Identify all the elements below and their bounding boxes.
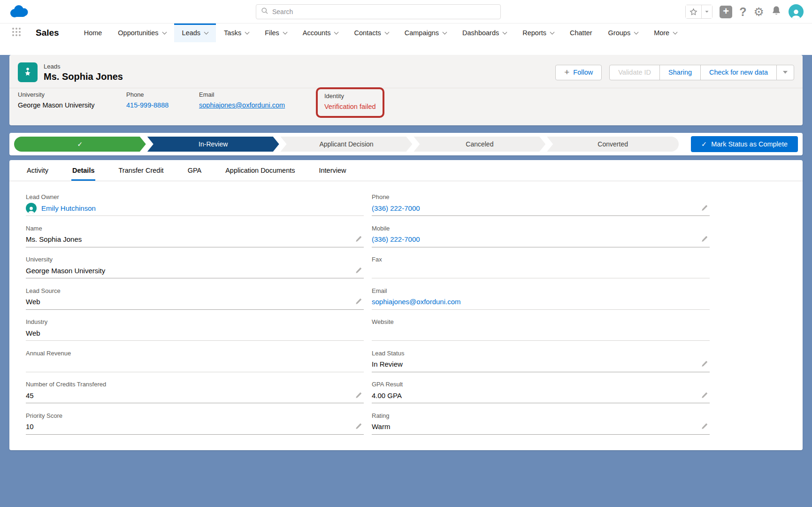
global-search — [256, 4, 501, 19]
notifications-bell-icon[interactable] — [771, 5, 781, 18]
field-website: Website — [372, 318, 710, 350]
nav-item-dashboards[interactable]: Dashboards — [454, 23, 514, 42]
validate-id-button[interactable]: Validate ID — [609, 65, 660, 80]
search-icon — [261, 7, 268, 16]
follow-button[interactable]: Follow — [555, 65, 602, 80]
field-priority-score: Priority Score 10 — [26, 412, 364, 444]
nav-item-tasks[interactable]: Tasks — [216, 23, 257, 42]
setup-gear-icon[interactable] — [754, 6, 764, 18]
nav-item-home[interactable]: Home — [76, 23, 110, 42]
tab-transfer-credit[interactable]: Transfer Credit — [117, 160, 164, 181]
favorites-dropdown-icon[interactable] — [702, 5, 712, 18]
mobile-link[interactable]: (336) 222-7000 — [372, 235, 420, 243]
path-stage-canceled[interactable]: Canceled — [414, 137, 545, 152]
record-header-card: Leads Ms. Sophia Jones Follow Validate I… — [9, 55, 803, 125]
sharing-button[interactable]: Sharing — [659, 65, 701, 80]
chevron-down-icon — [503, 30, 507, 34]
lead-owner-link[interactable]: Emily Hutchinson — [41, 204, 96, 212]
field-lead-owner: Lead Owner Emily Hutchinson — [26, 193, 364, 225]
field-university: University George Mason University — [26, 256, 364, 287]
record-tabs: Activity Details Transfer Credit GPA App… — [9, 160, 803, 181]
sales-path-card: In-Review Applicant Decision Canceled Co… — [9, 133, 803, 155]
check-icon — [701, 140, 707, 148]
edit-pencil-icon[interactable] — [353, 391, 364, 400]
chevron-down-icon — [443, 30, 447, 34]
record-action-group: Validate ID Sharing Check for new data — [609, 65, 794, 80]
field-number-of-credits-transfered: Number of Credits Transfered 45 — [26, 381, 364, 412]
salesforce-cloud-logo-icon[interactable] — [8, 4, 30, 22]
chevron-down-icon — [673, 30, 678, 34]
nav-item-more[interactable]: More — [646, 23, 685, 42]
nav-item-groups[interactable]: Groups — [600, 23, 646, 42]
record-detail-card: Activity Details Transfer Credit GPA App… — [9, 160, 803, 450]
edit-pencil-icon[interactable] — [699, 360, 710, 369]
nav-item-reports[interactable]: Reports — [514, 23, 562, 42]
field-name: Name Ms. Sophia Jones — [26, 225, 364, 256]
phone-link[interactable]: (336) 222-7000 — [372, 204, 420, 212]
path-stage-completed[interactable] — [14, 137, 146, 152]
field-mobile: Mobile (336) 222-7000 — [372, 225, 710, 256]
mark-status-complete-button[interactable]: Mark Status as Complete — [691, 136, 798, 152]
edit-pencil-icon[interactable] — [353, 266, 364, 275]
chevron-down-icon — [634, 30, 639, 34]
owner-avatar-icon — [26, 203, 37, 214]
path-stage-applicant-decision[interactable]: Applicant Decision — [281, 137, 413, 152]
chevron-down-icon — [283, 30, 287, 34]
tab-application-documents[interactable]: Application Documents — [224, 160, 296, 181]
nav-item-opportunities[interactable]: Opportunities — [110, 23, 174, 42]
details-right-column: Phone (336) 222-7000 Mobile (336) 222-70… — [372, 193, 710, 443]
path-stage-in-review[interactable]: In-Review — [147, 137, 279, 152]
tab-interview[interactable]: Interview — [318, 160, 347, 181]
app-launcher-icon[interactable] — [12, 28, 23, 38]
summary-email: Email sophiajones@oxforduni.com — [199, 91, 305, 109]
field-gpa-result: GPA Result 4.00 GPA — [372, 381, 710, 412]
email-link[interactable]: sophiajones@oxforduni.com — [372, 298, 461, 306]
entity-label: Leads — [44, 63, 123, 70]
tab-gpa[interactable]: GPA — [187, 160, 203, 181]
help-icon[interactable] — [739, 5, 746, 19]
nav-item-leads[interactable]: Leads — [174, 23, 216, 42]
favorites-button-group — [685, 5, 712, 19]
user-avatar[interactable] — [789, 4, 804, 19]
chevron-down-icon — [334, 30, 339, 34]
lead-status-path: In-Review Applicant Decision Canceled Co… — [14, 137, 679, 152]
field-lead-status: Lead Status In Review — [372, 350, 710, 381]
edit-pencil-icon[interactable] — [699, 204, 710, 213]
plus-icon — [564, 67, 569, 77]
field-email: Email sophiajones@oxforduni.com — [372, 287, 710, 319]
check-icon — [77, 140, 83, 148]
check-for-new-data-button[interactable]: Check for new data — [700, 65, 777, 80]
app-name: Sales — [36, 28, 59, 38]
edit-pencil-icon[interactable] — [353, 297, 364, 306]
search-input[interactable] — [272, 8, 496, 15]
edit-pencil-icon[interactable] — [699, 422, 710, 431]
more-actions-dropdown-button[interactable] — [776, 65, 794, 80]
tab-activity[interactable]: Activity — [26, 160, 49, 181]
global-actions-icon[interactable] — [720, 6, 732, 18]
record-highlights-panel: University George Mason University Phone… — [9, 88, 803, 125]
nav-item-campaigns[interactable]: Campaigns — [397, 23, 454, 42]
summary-phone: Phone 415-999-8888 — [126, 91, 188, 109]
nav-item-files[interactable]: Files — [257, 23, 295, 42]
chevron-down-icon — [245, 30, 250, 34]
identity-status-text: Verification failed — [324, 103, 376, 110]
email-link[interactable]: sophiajones@oxforduni.com — [199, 101, 305, 109]
nav-item-accounts[interactable]: Accounts — [295, 23, 346, 42]
path-stage-converted[interactable]: Converted — [547, 137, 679, 152]
edit-pencil-icon[interactable] — [353, 235, 364, 244]
favorites-star-icon[interactable] — [686, 5, 702, 18]
edit-pencil-icon[interactable] — [699, 235, 710, 244]
details-left-column: Lead Owner Emily Hutchinson Name Ms. Sop — [26, 193, 364, 443]
chevron-down-icon — [550, 30, 555, 34]
phone-link[interactable]: 415-999-8888 — [126, 101, 188, 109]
summary-identity: Identity Verification failed — [324, 92, 376, 110]
nav-item-contacts[interactable]: Contacts — [346, 23, 396, 42]
tab-details[interactable]: Details — [71, 160, 96, 181]
nav-items: Home Opportunities Leads Tasks Files Acc… — [76, 23, 685, 42]
field-rating: Rating Warm — [372, 412, 710, 444]
field-phone: Phone (336) 222-7000 — [372, 193, 710, 225]
nav-item-chatter[interactable]: Chatter — [562, 23, 600, 42]
edit-pencil-icon[interactable] — [353, 422, 364, 431]
edit-pencil-icon[interactable] — [699, 391, 710, 400]
field-industry: Industry Web — [26, 318, 364, 350]
